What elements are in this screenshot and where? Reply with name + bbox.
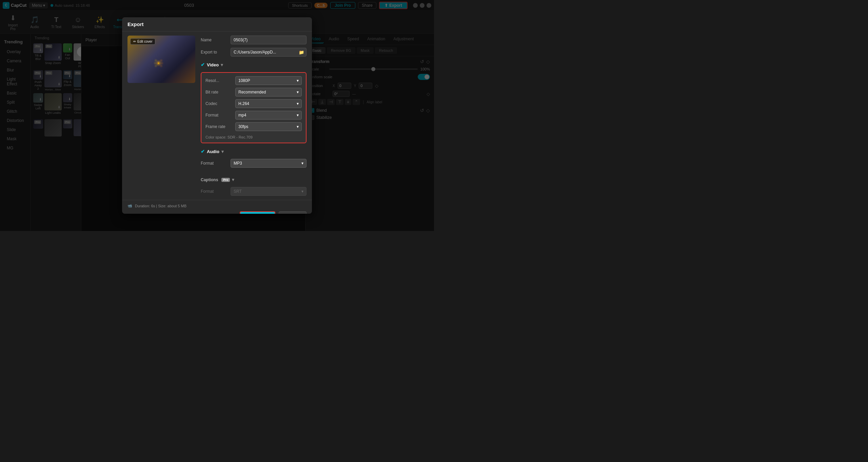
export-path-field: 📁 bbox=[231, 48, 307, 57]
modal-overlay: Export ✏ Edit cover bbox=[0, 0, 434, 231]
export-path-input[interactable] bbox=[231, 48, 297, 56]
captions-section: Captions Pro ▾ Format SRT ▾ bbox=[201, 175, 307, 196]
bitrate-select[interactable]: Recommended ▾ bbox=[235, 88, 302, 97]
edit-icon: ✏ bbox=[133, 40, 136, 43]
video-check-icon[interactable]: ✔ bbox=[201, 62, 205, 67]
name-label: Name bbox=[201, 38, 228, 42]
framerate-chevron-icon: ▾ bbox=[297, 124, 299, 129]
resolution-select[interactable]: 1080P ▾ bbox=[235, 76, 302, 85]
folder-icon[interactable]: 📁 bbox=[297, 50, 306, 55]
export-modal: Export ✏ Edit cover bbox=[122, 17, 312, 214]
format-chevron-icon: ▾ bbox=[297, 113, 299, 118]
audio-section: ✔ Audio ▾ Format MP3 ▾ bbox=[201, 147, 307, 172]
duration-text: Duration: 6s | Size: about 5 MB bbox=[135, 204, 186, 208]
audio-check-icon[interactable]: ✔ bbox=[201, 149, 205, 154]
preview-thumbnail: ✏ Edit cover bbox=[127, 36, 195, 83]
export-preview: ✏ Edit cover bbox=[127, 36, 195, 196]
srt-select: SRT ▾ bbox=[231, 187, 307, 196]
srt-row: Format SRT ▾ bbox=[201, 187, 307, 196]
firework-visual bbox=[148, 52, 168, 73]
srt-chevron-icon: ▾ bbox=[301, 189, 303, 194]
export-modal-button[interactable]: Export bbox=[240, 211, 275, 214]
export-to-label: Export to bbox=[201, 50, 228, 55]
audio-format-select[interactable]: MP3 ▾ bbox=[231, 159, 307, 168]
captions-label: Captions bbox=[201, 177, 218, 182]
codec-chevron-icon: ▾ bbox=[297, 101, 299, 106]
resolution-chevron-icon: ▾ bbox=[297, 78, 299, 83]
captions-chevron-icon[interactable]: ▾ bbox=[232, 177, 234, 182]
audio-section-header: ✔ Audio ▾ bbox=[201, 147, 307, 156]
framerate-select[interactable]: 30fps ▾ bbox=[235, 122, 302, 131]
video-chevron-icon[interactable]: ▾ bbox=[221, 62, 223, 67]
codec-select[interactable]: H.264 ▾ bbox=[235, 99, 302, 108]
modal-body: ✏ Edit cover Name Export to 📁 bbox=[122, 31, 312, 200]
format-row: Format mp4 ▾ bbox=[205, 111, 302, 120]
video-icon: 📹 bbox=[127, 204, 132, 208]
video-section: ✔ Video ▾ Resol... 1080P ▾ bbox=[201, 60, 307, 143]
duration-info: 📹 Duration: 6s | Size: about 5 MB bbox=[127, 204, 307, 208]
audio-section-content: Format MP3 ▾ bbox=[201, 159, 307, 172]
export-fields: Name Export to 📁 ✔ Video ▾ bbox=[201, 36, 307, 196]
format-select[interactable]: mp4 ▾ bbox=[235, 111, 302, 120]
framerate-row: Frame rate 30fps ▾ bbox=[205, 122, 302, 131]
captions-pro-badge: Pro bbox=[221, 178, 230, 182]
modal-footer: 📹 Duration: 6s | Size: about 5 MB Export… bbox=[122, 200, 312, 214]
export-to-field-row: Export to 📁 bbox=[201, 48, 307, 57]
name-input[interactable] bbox=[231, 36, 307, 44]
audio-format-chevron-icon: ▾ bbox=[301, 161, 303, 166]
name-field-row: Name bbox=[201, 36, 307, 44]
edit-cover-button[interactable]: ✏ Edit cover bbox=[130, 38, 155, 45]
color-space-label: Color space: SDR - Rec.709 bbox=[205, 134, 302, 139]
video-section-header: ✔ Video ▾ bbox=[201, 60, 307, 69]
resolution-row: Resol... 1080P ▾ bbox=[205, 76, 302, 85]
modal-actions: Export Cancel bbox=[127, 211, 307, 214]
modal-title: Export bbox=[122, 17, 312, 31]
codec-row: Codec H.264 ▾ bbox=[205, 99, 302, 108]
audio-chevron-icon[interactable]: ▾ bbox=[221, 149, 224, 154]
bitrate-row: Bit rate Recommended ▾ bbox=[205, 88, 302, 97]
bitrate-chevron-icon: ▾ bbox=[297, 90, 299, 94]
audio-format-row: Format MP3 ▾ bbox=[201, 159, 307, 168]
captions-section-header: Captions Pro ▾ bbox=[201, 175, 307, 184]
video-section-content: Resol... 1080P ▾ Bit rate Recommended ▾ bbox=[201, 72, 307, 143]
cancel-modal-button[interactable]: Cancel bbox=[279, 211, 307, 214]
